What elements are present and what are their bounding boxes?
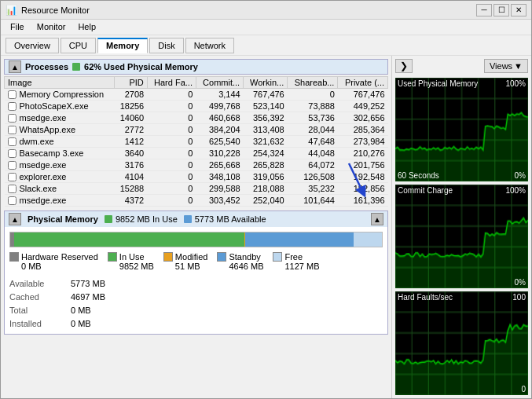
processes-collapse-btn[interactable]: ▲ [9, 60, 21, 73]
menu-help[interactable]: Help [72, 21, 102, 33]
table-row: dwm.exe 1412 0 625,540 321,632 47,648 27… [5, 136, 388, 148]
process-name: explorer.exe [20, 172, 67, 181]
col-hard-faults[interactable]: Hard Fa... [147, 77, 196, 89]
process-pid: 15288 [115, 183, 147, 195]
processes-section-header: ▲ Processes 62% Used Physical Memory [4, 59, 388, 75]
process-name-cell: WhatsApp.exe [5, 124, 115, 136]
row-checkbox[interactable] [8, 173, 17, 181]
memory-legend: Hardware Reserved 0 MB In Use 9852 MB Mo… [5, 249, 387, 274]
legend-name: Modified [175, 252, 208, 262]
process-private: 182,856 [338, 183, 388, 195]
process-name-cell: PhotoScapeX.exe [5, 101, 115, 112]
process-hard: 0 [147, 124, 196, 136]
table-row: Slack.exe 15288 0 299,588 218,088 35,232… [5, 183, 388, 195]
detail-installed-label: Installed [9, 317, 64, 331]
title-controls: ─ ☐ ✕ [476, 4, 526, 16]
process-pid: 4372 [115, 195, 147, 207]
row-checkbox[interactable] [8, 126, 17, 134]
process-name: Basecamp 3.exe [20, 148, 84, 158]
process-private: 210,276 [338, 148, 388, 159]
process-name: dwm.exe [20, 137, 54, 146]
physical-collapse-btn[interactable]: ▲ [9, 213, 21, 225]
minimize-button[interactable]: ─ [476, 4, 492, 16]
processes-header-left: ▲ Processes 62% Used Physical Memory [9, 60, 198, 73]
col-image[interactable]: Image [5, 77, 115, 89]
row-checkbox[interactable] [8, 161, 17, 170]
table-row: msedge.exe 4372 0 303,452 252,040 101,64… [5, 195, 388, 207]
detail-installed-row: Installed 0 MB [9, 317, 105, 331]
legend-swatch [217, 252, 226, 262]
legend-value: 1127 MB [273, 262, 319, 271]
process-name: Memory Compression [20, 90, 105, 99]
process-pid: 3176 [115, 159, 147, 171]
window-title: Resource Monitor [21, 5, 90, 15]
tab-memory[interactable]: Memory [97, 38, 148, 53]
legend-item: Standby 4646 MB [217, 252, 263, 271]
menu-monitor[interactable]: Monitor [31, 21, 72, 33]
process-commit: 3,144 [196, 89, 243, 101]
tab-cpu[interactable]: CPU [61, 38, 96, 53]
detail-total-value: 0 MB [71, 304, 91, 317]
tab-disk[interactable]: Disk [149, 38, 183, 53]
process-working: 265,828 [244, 159, 288, 171]
row-checkbox[interactable] [8, 149, 17, 158]
row-checkbox[interactable] [8, 90, 17, 99]
in-use-stat: 9852 MB In Use [105, 214, 178, 224]
row-checkbox[interactable] [8, 114, 17, 123]
process-private: 201,756 [338, 159, 388, 171]
chart1-pct: 100% [505, 79, 526, 88]
table-row: WhatsApp.exe 2772 0 384,204 313,408 28,0… [5, 124, 388, 136]
table-row: Basecamp 3.exe 3640 0 310,228 254,324 44… [5, 148, 388, 159]
views-dropdown-icon: ▼ [514, 61, 523, 71]
tab-network[interactable]: Network [185, 38, 234, 53]
process-working: 767,476 [244, 89, 288, 101]
col-commit[interactable]: Commit... [196, 77, 243, 89]
chart2-pct: 100% [505, 186, 526, 195]
processes-title: Processes [25, 62, 68, 71]
expand-charts-btn[interactable]: ❯ [395, 59, 413, 73]
col-pid[interactable]: PID [115, 77, 147, 89]
col-working[interactable]: Workin... [244, 77, 288, 89]
chart1-bottom-right: 0% [515, 171, 526, 180]
legend-label: In Use [108, 252, 145, 262]
views-button[interactable]: Views ▼ [484, 59, 528, 73]
process-private: 767,476 [338, 89, 388, 101]
row-checkbox[interactable] [8, 196, 17, 205]
process-working: 321,632 [244, 136, 288, 148]
process-name-cell: explorer.exe [5, 171, 115, 183]
legend-value: 51 MB [163, 262, 200, 271]
maximize-button[interactable]: ☐ [493, 4, 509, 16]
physical-right-collapse-btn[interactable]: ▲ [371, 213, 383, 225]
process-commit: 348,108 [196, 171, 243, 183]
app-icon: 📊 [6, 5, 17, 16]
process-shareable: 73,888 [288, 101, 338, 112]
process-name-cell: msedge.exe [5, 195, 115, 207]
process-hard: 0 [147, 171, 196, 183]
table-row: msedge.exe 3176 0 265,668 265,828 64,072… [5, 159, 388, 171]
col-shareable[interactable]: Shareab... [288, 77, 338, 89]
table-row: explorer.exe 4104 0 348,108 319,056 126,… [5, 171, 388, 183]
process-hard: 0 [147, 183, 196, 195]
tab-overview[interactable]: Overview [6, 38, 59, 53]
col-private[interactable]: Private (... [338, 77, 388, 89]
process-shareable: 44,048 [288, 148, 338, 159]
memory-details: Available 5773 MB Cached 4697 MB Total 0… [5, 274, 387, 334]
physical-memory-section: ▲ Physical Memory 9852 MB In Use 5773 MB… [4, 210, 388, 335]
process-working: 218,088 [244, 183, 288, 195]
row-checkbox[interactable] [8, 102, 17, 111]
processes-table-scroll[interactable]: Image PID Hard Fa... Commit... Workin...… [4, 76, 388, 207]
legend-swatch [163, 252, 173, 262]
detail-installed-value: 0 MB [71, 317, 91, 331]
process-shareable: 0 [288, 89, 338, 101]
chart3-bottom-right: 0 [521, 385, 526, 394]
process-name-cell: msedge.exe [5, 112, 115, 124]
process-name: msedge.exe [20, 160, 67, 170]
row-checkbox[interactable] [8, 185, 17, 193]
process-commit: 460,668 [196, 112, 243, 124]
row-checkbox[interactable] [8, 137, 17, 146]
legend-value: 4646 MB [217, 262, 263, 271]
process-working: 523,140 [244, 101, 288, 112]
menu-file[interactable]: File [4, 21, 31, 33]
close-button[interactable]: ✕ [511, 4, 526, 16]
process-private: 302,656 [338, 112, 388, 124]
